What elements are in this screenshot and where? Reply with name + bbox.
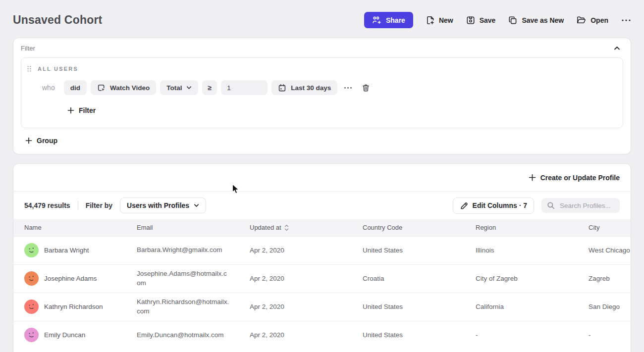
- profile-email: Emily.Duncan@hotmailx.com: [137, 321, 250, 349]
- save-as-new-label: Save as New: [522, 16, 564, 24]
- profile-filter-dropdown[interactable]: Users with Profiles: [120, 198, 206, 213]
- profile-country-code: United States: [363, 293, 476, 321]
- ellipsis-icon: [344, 87, 352, 89]
- column-header-email[interactable]: Email: [137, 219, 250, 236]
- event-selector[interactable]: Watch Video: [91, 80, 156, 95]
- calendar-icon: [278, 84, 286, 92]
- profile-city: Zagreb: [589, 264, 631, 293]
- divider: [78, 201, 78, 210]
- sort-icon[interactable]: [284, 224, 289, 231]
- ellipsis-icon: [621, 19, 631, 22]
- column-header-updated-at[interactable]: Updated at: [250, 219, 363, 236]
- share-label: Share: [386, 16, 405, 24]
- event-label: Watch Video: [110, 84, 150, 92]
- did-label: did: [70, 84, 80, 92]
- did-selector[interactable]: did: [64, 80, 87, 95]
- copy-icon: [508, 16, 517, 25]
- new-document-icon: [426, 16, 434, 25]
- filter-group: ALL USERS who did Watch Video Total: [21, 57, 623, 128]
- open-button[interactable]: Open: [577, 16, 608, 24]
- chevron-down-icon: [194, 203, 199, 207]
- add-filter-label: Filter: [79, 106, 96, 114]
- create-or-update-profile-label: Create or Update Profile: [540, 174, 620, 182]
- table-row[interactable]: Josephine Adams Josephine.Adams@hotmailx…: [13, 264, 631, 293]
- new-button[interactable]: New: [426, 16, 453, 25]
- filter-panel: Filter ALL USERS wh: [13, 38, 631, 154]
- chevron-up-icon: [614, 46, 620, 50]
- add-group-label: Group: [37, 137, 57, 145]
- create-or-update-profile-button[interactable]: Create or Update Profile: [529, 174, 620, 182]
- collapse-filter-button[interactable]: [612, 45, 622, 52]
- profile-updated-at: Apr 2, 2020: [250, 293, 363, 321]
- toolbar-right: Edit Columns · 7: [453, 198, 620, 214]
- edit-columns-button[interactable]: Edit Columns · 7: [453, 198, 534, 214]
- avatar: [24, 271, 39, 286]
- edit-columns-label: Edit Columns · 7: [473, 201, 527, 209]
- plus-icon: [67, 107, 74, 114]
- profile-updated-at: Apr 2, 2020: [250, 264, 363, 293]
- operator-label: ≥: [208, 84, 212, 92]
- profile-filter-value: Users with Profiles: [127, 201, 189, 209]
- condition-more-button[interactable]: [344, 87, 352, 89]
- more-actions-button[interactable]: [621, 19, 631, 22]
- add-group-button[interactable]: Group: [25, 137, 57, 145]
- column-header-city[interactable]: City: [589, 219, 631, 236]
- search-profiles-input[interactable]: [559, 201, 617, 210]
- chevron-down-icon: [186, 86, 192, 90]
- filter-panel-header: Filter: [21, 45, 623, 57]
- save-button[interactable]: Save: [466, 16, 496, 25]
- profiles-table-wrap: Name Email Updated at: [13, 219, 631, 349]
- folder-open-icon: [577, 16, 586, 24]
- profile-country-code: United States: [363, 236, 476, 264]
- who-label: who: [42, 84, 55, 92]
- filter-panel-label: Filter: [21, 45, 35, 52]
- aggregation-selector[interactable]: Total: [160, 80, 198, 95]
- drag-handle-icon: [27, 65, 32, 72]
- profile-name: Kathryn Richardson: [44, 303, 103, 310]
- save-icon: [466, 16, 475, 25]
- profile-email: Josephine.Adams@hotmailx.com: [137, 264, 250, 293]
- new-label: New: [439, 16, 453, 24]
- results-count: 54,479 results: [24, 201, 70, 209]
- profile-city: San Diego: [589, 293, 631, 321]
- results-panel: Create or Update Profile 54,479 results …: [13, 164, 631, 352]
- profile-name: Barbara Wright: [44, 247, 89, 254]
- operator-selector[interactable]: ≥: [202, 80, 217, 95]
- pencil-icon: [460, 201, 468, 210]
- profile-name: Emily Duncan: [44, 331, 85, 339]
- date-range-selector[interactable]: Last 30 days: [271, 80, 337, 95]
- column-header-country-code[interactable]: Country Code: [363, 219, 476, 236]
- open-label: Open: [590, 16, 608, 24]
- filter-by-label: Filter by: [86, 201, 112, 209]
- profile-city: West Chicago: [589, 236, 631, 264]
- filter-group-title: ALL USERS: [38, 66, 78, 72]
- toolbar-left: 54,479 results Filter by Users with Prof…: [24, 198, 206, 213]
- search-icon: [547, 201, 555, 209]
- profiles-table: Name Email Updated at: [13, 219, 631, 349]
- drag-handle[interactable]: [27, 65, 32, 72]
- plus-icon: [529, 174, 536, 181]
- avatar: [24, 243, 39, 257]
- save-label: Save: [480, 16, 496, 24]
- share-button[interactable]: Share: [364, 12, 413, 28]
- table-row[interactable]: Emily Duncan Emily.Duncan@hotmailx.com A…: [13, 321, 631, 349]
- count-value-input[interactable]: [221, 80, 268, 95]
- profiles-table-body: Barbara Wright Barbara.Wright@gmailx.com…: [13, 236, 631, 349]
- column-header-name[interactable]: Name: [13, 219, 137, 236]
- column-header-region[interactable]: Region: [476, 219, 589, 236]
- filter-condition-row: who did Watch Video Total: [42, 80, 623, 95]
- results-toolbar: 54,479 results Filter by Users with Prof…: [13, 192, 631, 219]
- add-filter-button[interactable]: Filter: [67, 106, 96, 114]
- event-click-icon: [97, 84, 106, 92]
- search-profiles-box: [541, 198, 620, 213]
- trash-icon: [362, 84, 370, 92]
- profile-country-code: Croatia: [363, 264, 476, 293]
- table-row[interactable]: Kathryn Richardson Kathryn.Richardson@ho…: [13, 293, 631, 321]
- date-range-label: Last 30 days: [291, 84, 331, 92]
- table-row[interactable]: Barbara Wright Barbara.Wright@gmailx.com…: [13, 236, 631, 264]
- create-profile-row: Create or Update Profile: [13, 164, 631, 192]
- avatar: [24, 328, 39, 342]
- save-as-new-button[interactable]: Save as New: [508, 16, 564, 25]
- delete-condition-button[interactable]: [362, 84, 370, 92]
- share-users-icon: [372, 16, 381, 24]
